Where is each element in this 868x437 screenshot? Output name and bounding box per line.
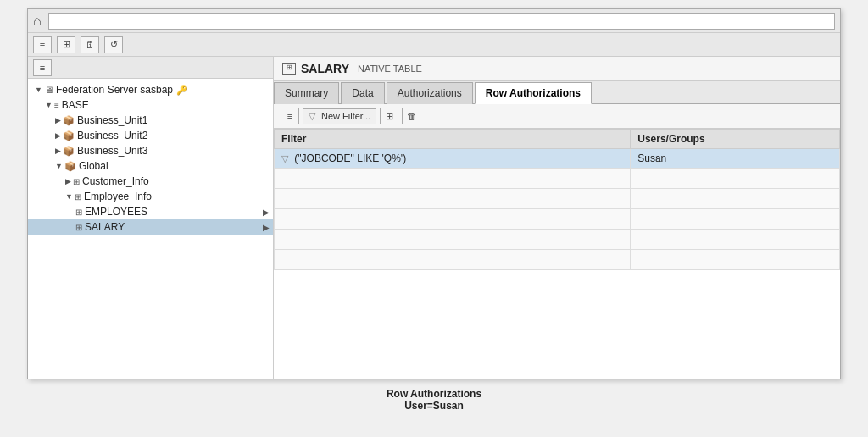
tree-item-employee-info[interactable]: ▼ ⊞ Employee_Info [28,189,273,204]
root-label: Federation Server sasbap [56,84,173,96]
empty-row-5 [275,250,840,270]
empty-row-1 [275,169,840,189]
global-label: Global [79,160,108,172]
employees-label: EMPLOYEES [85,206,147,218]
caption-line1: Row Authorizations [387,388,481,400]
tabs-bar: Summary Data Authorizations Row Authoriz… [274,81,840,104]
tree-item-bu1[interactable]: ▶ 📦 Business_Unit1 [28,113,273,128]
server-icon: 🖥 [44,85,53,95]
col-filter: Filter [275,130,631,149]
second-toolbar: ≡ ⊞ 🗓 ↺ [28,33,840,57]
table-row[interactable]: ▽ ("JOBCODE" LIKE 'Q%') Susan [275,149,840,169]
table-container: Filter Users/Groups ▽ ("JOBCODE" LIKE 'Q… [274,129,840,379]
customer-info-icon: ⊞ [73,177,80,186]
calendar-toolbar-btn[interactable]: 🗓 [81,36,99,53]
main-area: ≡ ▼ 🖥 Federation Server sasbap 🔑 ▼ ≡ BAS… [28,57,840,379]
app-container: ⌂ ≡ ⊞ 🗓 ↺ ≡ ▼ 🖥 Federation Server sasbap… [27,8,841,379]
customer-info-label: Customer_Info [82,175,149,187]
salary-arrow: ▶ [263,223,270,232]
tree-item-employees[interactable]: ⊞ EMPLOYEES ▶ [28,204,273,219]
filter-cell: ▽ ("JOBCODE" LIKE 'Q%') [275,149,631,169]
global-icon: 📦 [64,161,76,172]
row-filter-icon: ▽ [281,153,288,163]
refresh-toolbar-btn[interactable]: ↺ [104,36,123,53]
left-panel-toolbar: ≡ [28,57,273,79]
content-toolbar: ≡ ▽ New Filter... ⊞ 🗑 [274,104,840,129]
bu1-label: Business_Unit1 [77,114,147,126]
filter-value: ("JOBCODE" LIKE 'Q%') [294,152,406,164]
right-panel: ⊞ SALARY NATIVE TABLE Summary Data Autho… [274,57,840,379]
bu1-arrow: ▶ [55,116,61,124]
global-arrow: ▼ [55,162,63,170]
caption: Row Authorizations User=Susan [387,379,481,415]
new-filter-label: New Filter... [321,111,370,121]
tab-authorizations[interactable]: Authorizations [387,82,473,104]
right-table-icon: ⊞ [282,63,296,75]
employee-info-icon: ⊞ [75,192,81,202]
bu3-label: Business_Unit3 [77,145,147,157]
tab-row-authorizations[interactable]: Row Authorizations [475,82,592,104]
new-filter-icon: ▽ [309,111,315,122]
tree-item-root[interactable]: ▼ 🖥 Federation Server sasbap 🔑 [28,82,273,97]
empty-row-4 [275,230,840,250]
caption-line2: User=Susan [387,400,481,412]
filter-toolbar-btn[interactable]: ≡ [33,36,52,53]
home-icon[interactable]: ⌂ [33,14,42,29]
bu2-icon: 📦 [63,130,75,141]
salary-label: SALARY [85,221,125,233]
right-panel-subtitle: NATIVE TABLE [358,64,422,74]
ci-arrow: ▶ [65,177,71,185]
ei-arrow: ▼ [65,192,73,201]
tree-item-bu3[interactable]: ▶ 📦 Business_Unit3 [28,143,273,158]
users-groups-cell: Susan [631,149,840,169]
salary-icon: ⊞ [75,223,82,232]
employees-icon: ⊞ [75,207,82,217]
tree-item-salary[interactable]: ⊞ SALARY ▶ [28,219,273,235]
bu2-arrow: ▶ [55,131,61,140]
key-icon: 🔑 [176,85,188,96]
top-toolbar: ⌂ [28,9,840,33]
bu1-icon: 📦 [63,115,75,126]
data-table: Filter Users/Groups ▽ ("JOBCODE" LIKE 'Q… [274,129,840,270]
delete-btn[interactable]: 🗑 [402,108,420,124]
empty-row-3 [275,209,840,230]
content-filter-btn[interactable]: ≡ [281,108,299,124]
employee-info-label: Employee_Info [84,191,152,202]
employees-arrow: ▶ [263,207,270,217]
bu3-icon: 📦 [63,146,75,157]
tree-item-customer-info[interactable]: ▶ ⊞ Customer_Info [28,174,273,189]
base-expand-arrow: ▼ [45,101,53,109]
tab-summary[interactable]: Summary [274,82,339,104]
tree-container: ▼ 🖥 Federation Server sasbap 🔑 ▼ ≡ BASE … [28,79,273,238]
search-input[interactable] [48,13,835,30]
new-filter-btn[interactable]: ▽ New Filter... [303,108,376,124]
right-panel-title: SALARY [301,62,349,75]
tree-item-bu2[interactable]: ▶ 📦 Business_Unit2 [28,128,273,143]
col-users-groups: Users/Groups [631,130,840,149]
base-icon: ≡ [54,101,59,110]
left-filter-btn[interactable]: ≡ [33,59,52,76]
tree-item-base[interactable]: ▼ ≡ BASE [28,97,273,113]
tree-item-global[interactable]: ▼ 📦 Global [28,158,273,174]
base-label: BASE [62,99,89,111]
left-panel: ≡ ▼ 🖥 Federation Server sasbap 🔑 ▼ ≡ BAS… [28,57,274,379]
bu2-label: Business_Unit2 [77,130,147,141]
grid-btn[interactable]: ⊞ [380,108,398,124]
empty-row-2 [275,189,840,209]
root-expand-arrow: ▼ [35,86,42,94]
bu3-arrow: ▶ [55,147,61,155]
table-toolbar-btn[interactable]: ⊞ [57,36,75,53]
tab-data[interactable]: Data [341,82,384,104]
right-header: ⊞ SALARY NATIVE TABLE [274,57,840,81]
